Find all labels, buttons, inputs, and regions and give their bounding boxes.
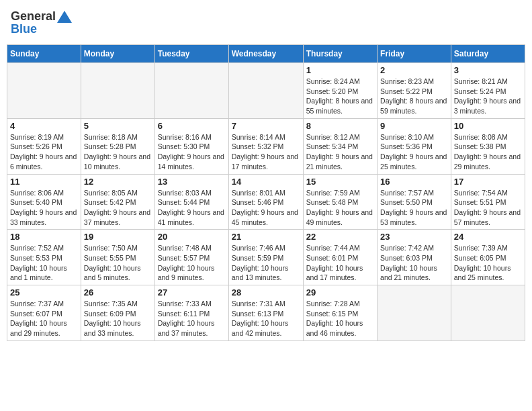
weekday-header: Sunday [7,45,81,63]
day-number: 26 [84,287,152,298]
day-info: Sunrise: 8:24 AMSunset: 5:20 PMDaylight:… [306,77,374,116]
calendar-cell: 22Sunrise: 7:44 AMSunset: 6:01 PMDayligh… [303,230,377,285]
day-info: Sunrise: 7:46 AMSunset: 5:59 PMDaylight:… [232,243,300,283]
day-number: 1 [306,65,374,75]
calendar-cell: 5Sunrise: 8:18 AMSunset: 5:28 PMDaylight… [81,118,154,174]
day-info: Sunrise: 7:42 AMSunset: 6:03 PMDaylight:… [380,243,448,283]
calendar-cell: 9Sunrise: 8:10 AMSunset: 5:36 PMDaylight… [378,118,451,174]
calendar-cell: 10Sunrise: 8:08 AMSunset: 5:38 PMDayligh… [451,118,525,174]
day-info: Sunrise: 8:01 AMSunset: 5:46 PMDaylight:… [232,188,300,228]
day-number: 27 [158,287,226,298]
calendar-cell: 2Sunrise: 8:23 AMSunset: 5:22 PMDaylight… [378,63,451,119]
day-info: Sunrise: 8:10 AMSunset: 5:36 PMDaylight:… [380,132,448,172]
calendar-cell: 28Sunrise: 7:31 AMSunset: 6:13 PMDayligh… [228,285,303,341]
weekday-header: Thursday [303,45,377,63]
calendar-cell: 12Sunrise: 8:05 AMSunset: 5:42 PMDayligh… [81,174,154,230]
day-number: 5 [84,121,152,131]
day-number: 21 [232,232,300,242]
day-info: Sunrise: 7:28 AMSunset: 6:15 PMDaylight:… [306,299,374,338]
weekday-header: Wednesday [228,45,303,63]
day-number: 22 [306,232,374,242]
day-number: 8 [306,121,374,131]
day-info: Sunrise: 8:14 AMSunset: 5:32 PMDaylight:… [232,132,300,172]
calendar-cell [378,285,451,341]
day-info: Sunrise: 7:44 AMSunset: 6:01 PMDaylight:… [306,243,374,283]
calendar-header-row: SundayMondayTuesdayWednesdayThursdayFrid… [7,45,525,63]
day-number: 7 [232,121,300,131]
calendar-week-row: 18Sunrise: 7:52 AMSunset: 5:53 PMDayligh… [7,230,525,285]
calendar-cell: 4Sunrise: 8:19 AMSunset: 5:26 PMDaylight… [7,118,81,174]
calendar-cell: 25Sunrise: 7:37 AMSunset: 6:07 PMDayligh… [7,285,81,341]
calendar-cell: 6Sunrise: 8:16 AMSunset: 5:30 PMDaylight… [154,118,228,174]
day-info: Sunrise: 8:16 AMSunset: 5:30 PMDaylight:… [158,132,226,172]
day-number: 10 [454,121,522,131]
day-info: Sunrise: 7:33 AMSunset: 6:11 PMDaylight:… [158,299,226,338]
page-header: General Blue [7,7,525,39]
calendar-cell [154,63,228,119]
day-info: Sunrise: 8:18 AMSunset: 5:28 PMDaylight:… [84,132,152,172]
calendar-cell: 3Sunrise: 8:21 AMSunset: 5:24 PMDaylight… [451,63,525,119]
logo-icon [57,11,72,23]
day-info: Sunrise: 8:06 AMSunset: 5:40 PMDaylight:… [10,188,78,228]
day-number: 4 [10,121,78,131]
calendar-week-row: 11Sunrise: 8:06 AMSunset: 5:40 PMDayligh… [7,174,525,230]
day-info: Sunrise: 7:59 AMSunset: 5:48 PMDaylight:… [306,188,374,228]
day-info: Sunrise: 7:57 AMSunset: 5:50 PMDaylight:… [380,188,448,228]
day-info: Sunrise: 8:23 AMSunset: 5:22 PMDaylight:… [380,77,448,116]
day-number: 3 [454,65,522,75]
day-info: Sunrise: 7:35 AMSunset: 6:09 PMDaylight:… [84,299,152,338]
svg-marker-0 [57,11,72,23]
day-info: Sunrise: 8:08 AMSunset: 5:38 PMDaylight:… [454,132,522,172]
logo-blue: Blue [11,22,37,36]
day-info: Sunrise: 8:05 AMSunset: 5:42 PMDaylight:… [84,188,152,228]
weekday-header: Monday [81,45,154,63]
logo-general: General [11,9,56,24]
day-number: 11 [10,177,78,187]
calendar-cell: 18Sunrise: 7:52 AMSunset: 5:53 PMDayligh… [7,230,81,285]
calendar-cell [228,63,303,119]
calendar-cell: 27Sunrise: 7:33 AMSunset: 6:11 PMDayligh… [154,285,228,341]
calendar-cell: 11Sunrise: 8:06 AMSunset: 5:40 PMDayligh… [7,174,81,230]
calendar-cell [7,63,81,119]
calendar-cell [451,285,525,341]
day-number: 24 [454,232,522,242]
calendar-cell: 13Sunrise: 8:03 AMSunset: 5:44 PMDayligh… [154,174,228,230]
day-number: 19 [84,232,152,242]
day-number: 6 [158,121,226,131]
calendar-cell: 7Sunrise: 8:14 AMSunset: 5:32 PMDaylight… [228,118,303,174]
calendar-cell: 21Sunrise: 7:46 AMSunset: 5:59 PMDayligh… [228,230,303,285]
day-number: 17 [454,177,522,187]
calendar-cell: 14Sunrise: 8:01 AMSunset: 5:46 PMDayligh… [228,174,303,230]
calendar-week-row: 25Sunrise: 7:37 AMSunset: 6:07 PMDayligh… [7,285,525,341]
day-info: Sunrise: 7:50 AMSunset: 5:55 PMDaylight:… [84,243,152,283]
day-number: 14 [232,177,300,187]
calendar-cell: 26Sunrise: 7:35 AMSunset: 6:09 PMDayligh… [81,285,154,341]
calendar-table: SundayMondayTuesdayWednesdayThursdayFrid… [7,44,525,341]
calendar-cell [81,63,154,119]
day-number: 18 [10,232,78,242]
day-number: 20 [158,232,226,242]
weekday-header: Tuesday [154,45,228,63]
day-info: Sunrise: 7:37 AMSunset: 6:07 PMDaylight:… [10,299,78,338]
day-info: Sunrise: 7:48 AMSunset: 5:57 PMDaylight:… [158,243,226,283]
calendar-week-row: 1Sunrise: 8:24 AMSunset: 5:20 PMDaylight… [7,63,525,119]
calendar-cell: 17Sunrise: 7:54 AMSunset: 5:51 PMDayligh… [451,174,525,230]
day-number: 23 [380,232,448,242]
calendar-cell: 19Sunrise: 7:50 AMSunset: 5:55 PMDayligh… [81,230,154,285]
day-info: Sunrise: 8:21 AMSunset: 5:24 PMDaylight:… [454,77,522,116]
day-info: Sunrise: 7:31 AMSunset: 6:13 PMDaylight:… [232,299,300,338]
calendar-week-row: 4Sunrise: 8:19 AMSunset: 5:26 PMDaylight… [7,118,525,174]
day-number: 2 [380,65,448,75]
day-number: 29 [306,287,374,298]
calendar-cell: 16Sunrise: 7:57 AMSunset: 5:50 PMDayligh… [378,174,451,230]
logo: General Blue [11,9,72,36]
day-info: Sunrise: 7:52 AMSunset: 5:53 PMDaylight:… [10,243,78,283]
calendar-cell: 24Sunrise: 7:39 AMSunset: 6:05 PMDayligh… [451,230,525,285]
day-number: 9 [380,121,448,131]
day-info: Sunrise: 8:12 AMSunset: 5:34 PMDaylight:… [306,132,374,172]
calendar-cell: 8Sunrise: 8:12 AMSunset: 5:34 PMDaylight… [303,118,377,174]
calendar-cell: 20Sunrise: 7:48 AMSunset: 5:57 PMDayligh… [154,230,228,285]
day-info: Sunrise: 7:39 AMSunset: 6:05 PMDaylight:… [454,243,522,283]
weekday-header: Friday [378,45,451,63]
day-info: Sunrise: 8:19 AMSunset: 5:26 PMDaylight:… [10,132,78,172]
